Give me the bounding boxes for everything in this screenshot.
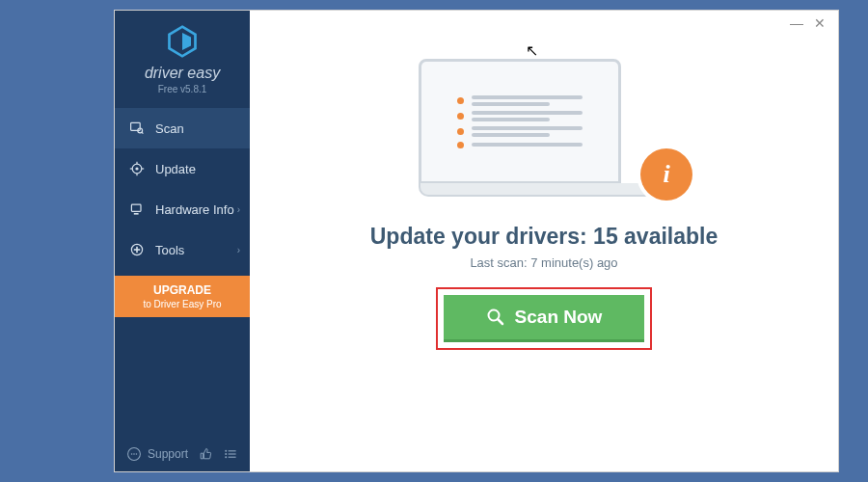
sidebar-item-hardware[interactable]: Hardware Info › xyxy=(115,189,250,229)
brand-version: Free v5.8.1 xyxy=(115,84,250,94)
svg-rect-11 xyxy=(134,213,139,215)
sidebar-item-label: Scan xyxy=(155,121,184,136)
brand-logo-icon xyxy=(115,24,250,63)
svg-point-21 xyxy=(225,453,227,455)
scan-now-button[interactable]: Scan Now xyxy=(444,295,645,342)
menu-icon[interactable] xyxy=(223,446,238,462)
laptop-icon xyxy=(419,59,621,184)
search-icon xyxy=(486,308,505,327)
cursor-icon: ↖ xyxy=(526,41,538,60)
minimize-button[interactable]: — xyxy=(790,16,803,30)
nav: Scan Update Hardware Info › Tools › UPGR… xyxy=(115,108,250,437)
sidebar-item-update[interactable]: Update xyxy=(115,148,250,189)
sidebar: driver easy Free v5.8.1 Scan Update Hard… xyxy=(115,11,250,471)
last-scan-text: Last scan: 7 minute(s) ago xyxy=(470,255,617,270)
sidebar-item-label: Hardware Info xyxy=(155,202,234,217)
close-button[interactable]: ✕ xyxy=(813,16,827,30)
upgrade-button[interactable]: UPGRADE to Driver Easy Pro xyxy=(115,276,250,317)
svg-point-16 xyxy=(131,453,133,455)
svg-rect-14 xyxy=(134,249,140,251)
chevron-right-icon: › xyxy=(237,245,240,255)
chevron-right-icon: › xyxy=(237,204,240,215)
sidebar-item-label: Tools xyxy=(155,243,184,257)
brand-title: driver easy xyxy=(115,65,250,82)
thumbs-up-icon[interactable] xyxy=(198,446,213,462)
svg-rect-24 xyxy=(229,457,236,458)
hardware-icon xyxy=(128,201,146,218)
svg-point-17 xyxy=(133,453,135,455)
sidebar-item-label: Update xyxy=(155,162,196,176)
tools-icon xyxy=(128,241,146,258)
main-heading: Update your drivers: 15 available xyxy=(370,224,719,250)
app-window: — ✕ driver easy Free v5.8.1 Scan Update … xyxy=(114,10,839,472)
svg-point-5 xyxy=(135,167,138,170)
svg-point-18 xyxy=(136,453,138,455)
svg-line-3 xyxy=(142,132,144,134)
sidebar-item-scan[interactable]: Scan xyxy=(115,108,250,148)
support-button[interactable]: Support xyxy=(126,446,188,462)
scan-button-label: Scan Now xyxy=(515,307,603,328)
svg-point-19 xyxy=(225,450,227,452)
illustration: i xyxy=(419,59,669,197)
scan-icon xyxy=(128,120,146,137)
sidebar-footer: Support xyxy=(115,437,250,471)
svg-rect-20 xyxy=(229,450,236,451)
sidebar-item-tools[interactable]: Tools › xyxy=(115,229,250,270)
upgrade-title: UPGRADE xyxy=(153,283,211,297)
gear-icon xyxy=(128,160,146,177)
upgrade-subtitle: to Driver Easy Pro xyxy=(121,299,244,309)
chat-icon xyxy=(126,446,142,462)
brand: driver easy Free v5.8.1 xyxy=(115,11,250,102)
svg-point-23 xyxy=(225,456,227,458)
support-label: Support xyxy=(148,447,188,461)
svg-rect-10 xyxy=(131,204,141,211)
svg-rect-22 xyxy=(229,453,236,454)
info-badge-icon: i xyxy=(640,148,692,201)
main-panel: i Update your drivers: 15 available Last… xyxy=(250,11,838,471)
scan-highlight-box: Scan Now xyxy=(436,287,653,350)
titlebar: — ✕ xyxy=(778,11,838,36)
svg-line-26 xyxy=(498,319,502,324)
